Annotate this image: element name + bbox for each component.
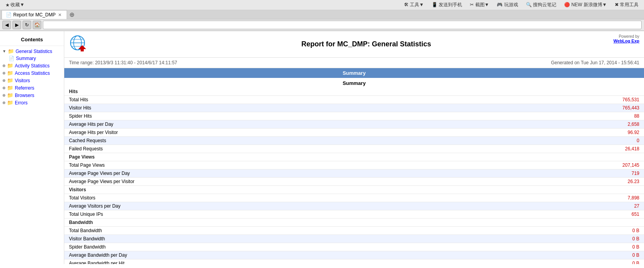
home-button[interactable]: 🏠 [33,21,41,29]
row-value: 0 B [605,227,644,235]
table-row: Average Hits per Visitor 96.92 [64,129,644,137]
sidebar-item-summary[interactable]: 📄 Summary [0,55,64,62]
address-bar[interactable] [43,21,642,29]
folder-icon-visitors: 📁 [7,78,13,83]
stats-section-hits: Hits [64,88,644,96]
menu-bar: ★ 收藏▼ 🛠 工具▼ 📱 发送到手机 ✂ 截图▼ 🎮 玩游戏 🔍 搜狗云笔记 … [0,0,644,10]
menu-left: ★ 收藏▼ [3,1,27,9]
sidebar-label-errors: Errors [15,100,28,106]
row-label: Average Page Views per Visitor [64,178,605,186]
games-menu[interactable]: 🎮 玩游戏 [494,1,520,9]
header-area: Report for MC_DMP: General Statistics Po… [64,31,644,68]
row-label: Total Bandwidth [64,227,605,235]
doc-icon: 📄 [9,56,14,61]
row-label: Spider Bandwidth [64,243,605,251]
refresh-button[interactable]: ↻ [23,21,31,29]
page-title-area: Report for MC_DMP: General Statistics [93,40,639,48]
stats-section-page-views: Page Views [64,153,644,161]
row-value: 26.23 [605,178,644,186]
sidebar-title: Contents [0,34,64,46]
page-title: Report for MC_DMP: General Statistics [93,40,639,48]
svg-marker-5 [78,45,86,51]
folder-icon: 📁 [8,48,14,54]
stats-section-bandwidth: Bandwidth [64,219,644,227]
powered-by-link[interactable]: WebLog Exp [614,39,639,43]
expand-icon-activity: ⊕ [2,63,5,68]
sidebar-item-browsers[interactable]: ⊕ 📁 Browsers [0,92,64,99]
sidebar-item-activity-statistics[interactable]: ⊕ 📁 Activity Statistics [0,62,64,69]
row-label: Average Bandwidth per Day [64,251,605,259]
tab-bar: 📄 Report for MC_DMP ✕ ⊕ [0,10,644,19]
sidebar-item-access-statistics[interactable]: ⊕ 📁 Access Statistics [0,69,64,77]
row-label: Total Page Views [64,161,605,169]
section-label: Page Views [64,153,644,161]
sogou-notes-menu[interactable]: 🔍 搜狗云笔记 [524,1,559,9]
send-to-phone-menu[interactable]: 📱 发送到手机 [429,1,464,9]
main-content: Report for MC_DMP: General Statistics Po… [64,31,644,264]
table-row: Spider Bandwidth 0 B [64,243,644,251]
row-label: Total Hits [64,96,605,104]
sidebar-label-referrers: Referrers [15,85,34,91]
folder-icon-browsers: 📁 [7,92,13,98]
row-value: 96.92 [605,129,644,137]
row-value: 88 [605,112,644,120]
folder-icon-access: 📁 [7,70,13,76]
table-row: Failed Requests 26,418 [64,145,644,153]
stats-section-visitors: Visitors [64,186,644,194]
section-label: Hits [64,88,644,96]
row-label: Average Visitors per Day [64,202,605,210]
row-label: Failed Requests [64,145,605,153]
sidebar-item-visitors[interactable]: ⊕ 📁 Visitors [0,77,64,84]
table-row: Total Visitors 7,898 [64,194,644,202]
sidebar-item-errors[interactable]: ⊕ 📁 Errors [0,99,64,106]
row-value: 0 B [605,259,644,264]
row-label: Average Page Views per Day [64,169,605,178]
back-button[interactable]: ◀ [2,21,11,29]
table-row: Average Visitors per Day 27 [64,202,644,210]
row-value: 0 [605,137,644,145]
table-row: Spider Hits 88 [64,112,644,120]
screenshot-menu[interactable]: ✂ 截图▼ [468,1,491,9]
table-row: Average Page Views per Visitor 26.23 [64,178,644,186]
table-row: Average Hits per Day 2,658 [64,120,644,129]
row-label: Average Bandwidth per Hit [64,259,605,264]
tools-menu[interactable]: 🛠 工具▼ [402,1,426,9]
row-value: 26,418 [605,145,644,153]
section-label: Visitors [64,186,644,194]
expand-icon-visitors: ⊕ [2,78,5,83]
favorites-menu[interactable]: ★ 收藏▼ [3,1,27,9]
row-value: 0 B [605,251,644,259]
row-label: Total Visitors [64,194,605,202]
folder-icon-referrers: 📁 [7,85,13,91]
row-value: 207,145 [605,161,644,169]
sidebar: Contents ▼ 📁 General Statistics 📄 Summar… [0,31,64,264]
logo-area [69,34,88,54]
table-row: Total Hits 765,531 [64,96,644,104]
tab-close-button[interactable]: ✕ [57,12,63,18]
row-value: 651 [605,210,644,219]
table-row: Average Bandwidth per Day 0 B [64,251,644,259]
row-label: Visitor Hits [64,104,605,112]
time-range-label: Time range: 2013/9/3 11:31:40 - 2014/6/1… [69,60,177,65]
active-tab[interactable]: 📄 Report for MC_DMP ✕ [2,10,67,19]
sidebar-item-referrers[interactable]: ⊕ 📁 Referrers [0,84,64,92]
sidebar-label-access-statistics: Access Statistics [15,71,50,76]
row-label: Average Hits per Day [64,120,605,129]
expand-icon: ▼ [2,49,6,53]
page-wrapper: Contents ▼ 📁 General Statistics 📄 Summar… [0,31,644,264]
sidebar-item-general-statistics[interactable]: ▼ 📁 General Statistics [0,48,64,55]
common-tools-menu[interactable]: ✖ 常用工具 [612,1,641,9]
sidebar-label-browsers: Browsers [15,93,34,98]
row-value: 765,531 [605,96,644,104]
page-header: Report for MC_DMP: General Statistics Po… [64,31,644,58]
weibo-menu[interactable]: 🔴 NEW 新浪微博▼ [562,1,609,9]
folder-icon-activity: 📁 [7,63,13,69]
tab-label: Report for MC_DMP [13,12,56,18]
time-range-bar: Time range: 2013/9/3 11:31:40 - 2014/6/1… [64,58,644,68]
expand-icon-errors: ⊕ [2,100,5,105]
tab-favicon: 📄 [6,12,12,18]
new-tab-button[interactable]: ⊕ [68,11,76,19]
forward-button[interactable]: ▶ [12,21,21,29]
sidebar-label-visitors: Visitors [15,78,30,83]
row-value: 719 [605,169,644,178]
